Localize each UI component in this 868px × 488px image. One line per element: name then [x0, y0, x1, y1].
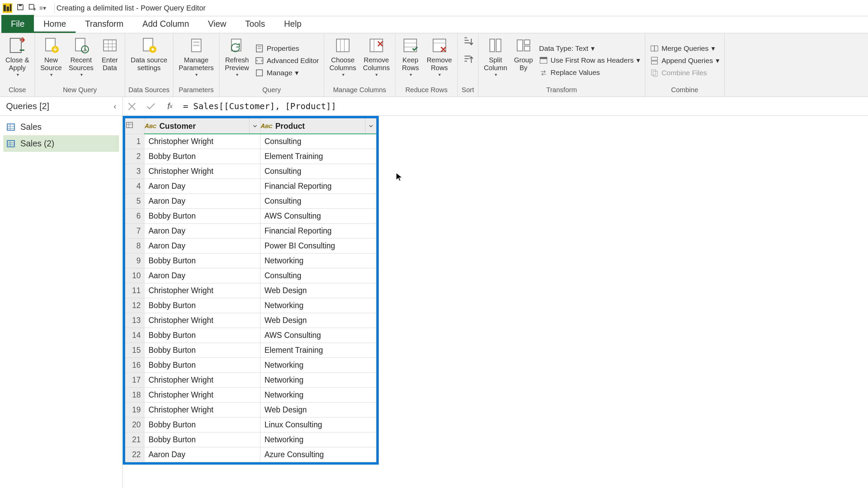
row-number[interactable]: 9 [125, 253, 144, 268]
cell[interactable]: Christopher Wright [144, 164, 260, 179]
table-row[interactable]: 4Aaron DayFinancial Reporting [125, 179, 376, 194]
table-row[interactable]: 8Aaron DayPower BI Consulting [125, 238, 376, 253]
table-row[interactable]: 9Bobby BurtonNetworking [125, 253, 376, 268]
query-item-sales[interactable]: Sales [3, 119, 119, 135]
cell[interactable]: AWS Consulting [260, 208, 376, 223]
queries-panel-header[interactable]: Queries [2] ‹ [0, 97, 123, 116]
tab-add-column[interactable]: Add Column [133, 16, 199, 33]
commit-formula-icon[interactable] [145, 101, 157, 112]
row-number[interactable]: 22 [125, 447, 144, 462]
close-apply-button[interactable]: Close & Apply▾ [3, 35, 31, 78]
cell[interactable]: Bobby Burton [144, 417, 260, 432]
row-number[interactable]: 7 [125, 223, 144, 238]
column-filter-dropdown[interactable] [249, 119, 260, 134]
cell[interactable]: Bobby Burton [144, 298, 260, 313]
table-row[interactable]: 3Christopher WrightConsulting [125, 164, 376, 179]
row-number[interactable]: 20 [125, 417, 144, 432]
fx-icon[interactable]: fx [164, 101, 176, 112]
tab-file[interactable]: File [1, 15, 34, 33]
row-number[interactable]: 6 [125, 208, 144, 223]
table-row[interactable]: 13Christopher WrightWeb Design [125, 313, 376, 328]
table-row[interactable]: 5Aaron DayConsulting [125, 194, 376, 208]
sort-asc-button[interactable] [461, 35, 475, 50]
row-number[interactable]: 15 [125, 343, 144, 358]
data-grid[interactable]: ABCCustomerABCProduct 1Christopher Wrigh… [125, 118, 376, 462]
row-number[interactable]: 5 [125, 194, 144, 208]
qat-dropdown-icon[interactable]: ≡▾ [39, 4, 46, 12]
append-queries-button[interactable]: Append Queries ▾ [649, 56, 721, 66]
row-number[interactable]: 4 [125, 179, 144, 194]
manage-query-button[interactable]: Manage ▾ [254, 68, 320, 78]
replace-values-button[interactable]: Replace Values [538, 67, 642, 78]
cell[interactable]: Aaron Day [144, 238, 260, 253]
column-filter-dropdown[interactable] [365, 119, 376, 134]
tab-help[interactable]: Help [275, 16, 311, 33]
cell[interactable]: Networking [260, 253, 376, 268]
row-number[interactable]: 2 [125, 149, 144, 164]
tab-tools[interactable]: Tools [236, 16, 274, 33]
group-by-button[interactable]: Group By [512, 35, 535, 73]
cell[interactable]: Bobby Burton [144, 328, 260, 343]
row-number[interactable]: 18 [125, 387, 144, 402]
column-header-customer[interactable]: ABCCustomer [144, 119, 260, 134]
table-row[interactable]: 2Bobby BurtonElement Training [125, 149, 376, 164]
cell[interactable]: Bobby Burton [144, 432, 260, 447]
manage-parameters-button[interactable]: Manage Parameters▾ [177, 35, 216, 78]
table-row[interactable]: 11Christopher WrightWeb Design [125, 283, 376, 298]
row-number[interactable]: 13 [125, 313, 144, 328]
keep-rows-button[interactable]: Keep Rows▾ [399, 35, 422, 78]
table-row[interactable]: 1Christopher WrightConsulting [125, 134, 376, 149]
table-row[interactable]: 20Bobby BurtonLinux Consulting [125, 417, 376, 432]
refresh-preview-button[interactable]: Refresh Preview▾ [223, 35, 251, 78]
cell[interactable]: Christopher Wright [144, 134, 260, 149]
cell[interactable]: Web Design [260, 283, 376, 298]
data-source-settings-button[interactable]: Data source settings [129, 35, 169, 73]
table-row[interactable]: 14Bobby BurtonAWS Consulting [125, 328, 376, 343]
remove-rows-button[interactable]: Remove Rows▾ [425, 35, 454, 78]
row-number[interactable]: 8 [125, 238, 144, 253]
table-row[interactable]: 19Christopher WrightWeb Design [125, 402, 376, 417]
row-number[interactable]: 14 [125, 328, 144, 343]
cell[interactable]: Linux Consulting [260, 417, 376, 432]
cell[interactable]: Aaron Day [144, 194, 260, 208]
table-row[interactable]: 12Bobby BurtonNetworking [125, 298, 376, 313]
cell[interactable]: Financial Reporting [260, 223, 376, 238]
table-row[interactable]: 22Aaron DayAzure Consulting [125, 447, 376, 462]
cell[interactable]: Networking [260, 432, 376, 447]
table-row[interactable]: 6Bobby BurtonAWS Consulting [125, 208, 376, 223]
cell[interactable]: Christopher Wright [144, 372, 260, 387]
cell[interactable]: Power BI Consulting [260, 238, 376, 253]
merge-queries-button[interactable]: Merge Queries ▾ [649, 43, 721, 54]
cell[interactable]: Consulting [260, 268, 376, 283]
cell[interactable]: Bobby Burton [144, 358, 260, 372]
cell[interactable]: Aaron Day [144, 223, 260, 238]
column-header-product[interactable]: ABCProduct [260, 119, 376, 134]
sort-desc-button[interactable] [461, 54, 475, 68]
table-row[interactable]: 10Aaron DayConsulting [125, 268, 376, 283]
enter-data-button[interactable]: Enter Data [98, 35, 121, 73]
row-number[interactable]: 16 [125, 358, 144, 372]
row-number[interactable]: 1 [125, 134, 144, 149]
cell[interactable]: Bobby Burton [144, 149, 260, 164]
remove-columns-button[interactable]: Remove Columns▾ [361, 35, 392, 78]
choose-columns-button[interactable]: Choose Columns▾ [328, 35, 358, 78]
tab-transform[interactable]: Transform [76, 16, 133, 33]
row-number[interactable]: 21 [125, 432, 144, 447]
cell[interactable]: Azure Consulting [260, 447, 376, 462]
cell[interactable]: Aaron Day [144, 447, 260, 462]
cell[interactable]: Consulting [260, 194, 376, 208]
table-row[interactable]: 18Christopher WrightNetworking [125, 387, 376, 402]
cell[interactable]: Christopher Wright [144, 283, 260, 298]
table-row[interactable]: 21Bobby BurtonNetworking [125, 432, 376, 447]
cell[interactable]: Element Training [260, 343, 376, 358]
cell[interactable]: Networking [260, 358, 376, 372]
new-source-button[interactable]: New Source▾ [38, 35, 64, 78]
row-number[interactable]: 10 [125, 268, 144, 283]
cell[interactable]: Christopher Wright [144, 387, 260, 402]
cell[interactable]: Consulting [260, 134, 376, 149]
advanced-editor-button[interactable]: Advanced Editor [254, 56, 320, 66]
row-number[interactable]: 3 [125, 164, 144, 179]
query-item-sales-2-[interactable]: Sales (2) [3, 135, 119, 152]
cell[interactable]: Networking [260, 372, 376, 387]
combine-files-button[interactable]: Combine Files [649, 68, 721, 78]
